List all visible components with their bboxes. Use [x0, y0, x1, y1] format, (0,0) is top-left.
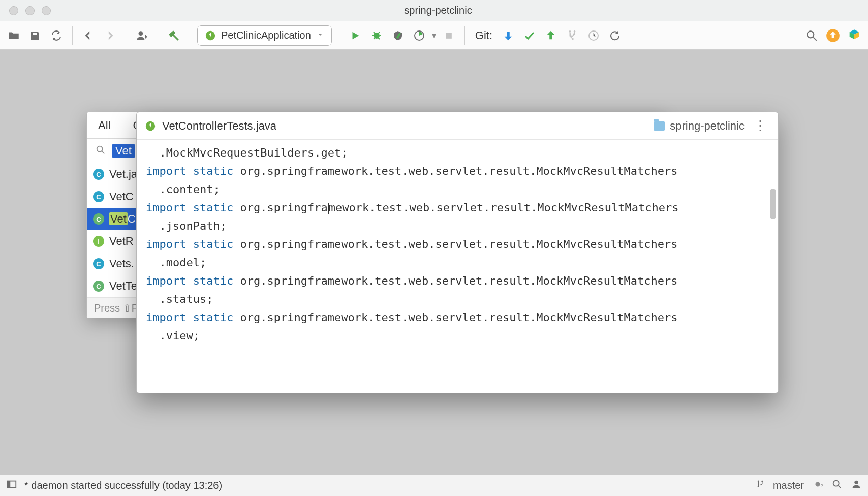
file-type-icon: C: [93, 191, 104, 202]
file-type-icon: C: [93, 169, 104, 180]
status-bar: * daemon started successfully (today 13:…: [0, 475, 868, 496]
code-line: import static org.springframework.test.w…: [146, 272, 769, 290]
git-label: Git:: [475, 29, 492, 42]
inspection-icon[interactable]: ?: [812, 479, 823, 492]
svg-point-6: [574, 30, 576, 32]
svg-rect-14: [8, 481, 11, 488]
search-result-label: VetTe: [109, 280, 137, 293]
scrollbar-thumb[interactable]: [770, 189, 776, 219]
more-menu-button[interactable]: ⋮: [751, 118, 770, 134]
svg-point-11: [97, 146, 103, 151]
file-type-icon: C: [93, 258, 104, 269]
code-line: .jsonPath;: [146, 217, 769, 235]
svg-point-5: [569, 30, 571, 32]
file-type-icon: I: [93, 236, 104, 247]
toolbar-separator: [190, 26, 190, 45]
git-branch-name[interactable]: master: [773, 480, 804, 491]
svg-point-16: [761, 481, 763, 482]
svg-point-7: [572, 38, 574, 40]
svg-rect-4: [446, 33, 452, 39]
code-line: import static org.springframework.test.w…: [146, 199, 769, 217]
code-line: .model;: [146, 254, 769, 272]
ide-window: spring-petclinic: [0, 0, 868, 496]
file-type-icon: C: [93, 213, 104, 225]
titlebar: spring-petclinic: [0, 0, 868, 21]
tool-window-toggle-icon[interactable]: [6, 479, 17, 492]
preview-scrollbar[interactable]: [770, 153, 776, 371]
minimize-window-button[interactable]: [25, 6, 35, 15]
window-controls: [9, 6, 51, 15]
code-line: .view;: [146, 327, 769, 345]
search-button[interactable]: [803, 27, 820, 44]
search-input[interactable]: Vet: [112, 144, 135, 158]
quick-preview-popup[interactable]: VetControllerTests.java spring-petclinic…: [136, 112, 779, 393]
sync-button[interactable]: [48, 27, 65, 44]
ide-updates-button[interactable]: [824, 27, 842, 44]
svg-point-21: [854, 481, 858, 484]
maximize-window-button[interactable]: [42, 6, 51, 15]
forward-button[interactable]: [101, 27, 118, 44]
open-button[interactable]: [5, 27, 22, 44]
build-button[interactable]: [165, 27, 182, 44]
chevron-down-icon[interactable]: ▾: [432, 30, 436, 40]
folder-icon: [654, 121, 665, 131]
code-line: import static org.springframework.test.w…: [146, 235, 769, 254]
preview-code[interactable]: .MockMvcRequestBuilders.get;import stati…: [137, 140, 778, 354]
svg-point-0: [139, 31, 143, 36]
code-line: .MockMvcRequestBuilders.get;: [146, 144, 769, 162]
search-result-label: Vets.: [109, 257, 134, 270]
git-update-button[interactable]: [500, 27, 517, 44]
code-line: import static org.springframework.test.w…: [146, 162, 769, 180]
code-line: .content;: [146, 180, 769, 199]
preview-project-name: spring-petclinic: [670, 119, 745, 133]
svg-point-20: [833, 481, 839, 486]
toolbar-separator: [158, 26, 158, 45]
svg-point-18: [815, 482, 820, 486]
status-message: * daemon started successfully (today 13:…: [24, 480, 222, 491]
chevron-down-icon: [316, 30, 324, 41]
git-branch-button[interactable]: [564, 27, 581, 44]
preview-project[interactable]: spring-petclinic: [654, 119, 745, 133]
svg-point-15: [758, 481, 759, 482]
run-config-label: PetClinicApplication: [221, 29, 311, 41]
spring-file-icon: [145, 120, 156, 132]
close-window-button[interactable]: [9, 6, 18, 15]
search-result-label: VetR: [109, 235, 134, 248]
search-result-label: VetC: [109, 212, 136, 226]
file-type-icon: C: [93, 281, 104, 292]
tab-all[interactable]: All: [87, 112, 121, 138]
svg-point-17: [758, 486, 759, 487]
toolbar-separator: [339, 26, 339, 45]
run-button[interactable]: [347, 27, 364, 44]
toolbar-separator: [126, 26, 126, 45]
back-button[interactable]: [80, 27, 97, 44]
editor-area: All C Vet CVet.jaCVetCCVetCIVetRCVets.CV…: [0, 50, 868, 475]
svg-text:?: ?: [821, 483, 823, 488]
spring-boot-icon: [205, 30, 216, 41]
search-result-label: VetC: [109, 190, 134, 203]
stop-button[interactable]: [440, 27, 457, 44]
save-all-button[interactable]: [26, 27, 44, 44]
run-config-selector[interactable]: PetClinicApplication: [197, 25, 332, 46]
find-icon[interactable]: [831, 479, 843, 492]
code-line: .status;: [146, 290, 769, 308]
run-coverage-button[interactable]: [389, 27, 407, 44]
toolbar-separator: [72, 26, 73, 45]
preview-header: VetControllerTests.java spring-petclinic…: [137, 112, 778, 140]
user-icon[interactable]: [851, 479, 862, 492]
git-revert-button[interactable]: [606, 27, 624, 44]
git-branch-icon[interactable]: [756, 480, 765, 491]
git-history-button[interactable]: [585, 27, 602, 44]
search-result-label: Vet.ja: [109, 168, 137, 181]
toolbar-separator: [464, 26, 465, 45]
git-commit-button[interactable]: [521, 27, 538, 44]
preview-title: VetControllerTests.java: [162, 119, 647, 133]
profile-button[interactable]: [133, 27, 150, 44]
profile-run-button[interactable]: [411, 27, 428, 44]
git-push-button[interactable]: [542, 27, 560, 44]
jetbrains-toolbox-icon[interactable]: [846, 27, 863, 44]
debug-button[interactable]: [368, 27, 385, 44]
main-toolbar: PetClinicApplication ▾ Git:: [0, 21, 868, 50]
window-title: spring-petclinic: [51, 5, 825, 16]
code-line: import static org.springframework.test.w…: [146, 308, 769, 327]
